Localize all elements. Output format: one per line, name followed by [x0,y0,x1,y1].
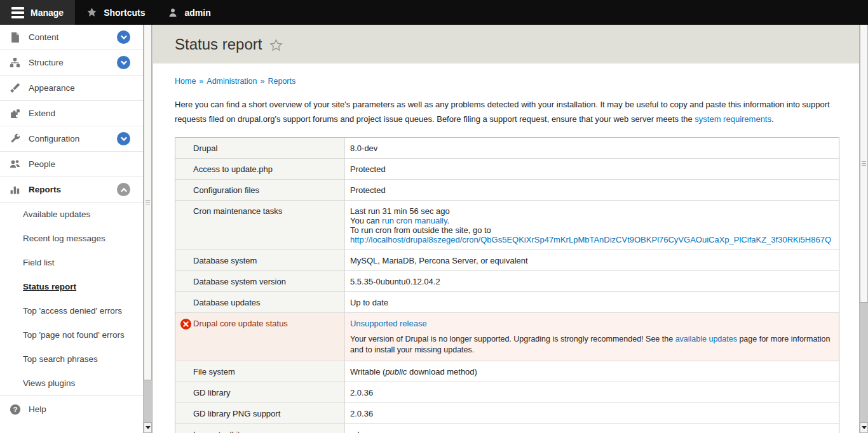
toolbar-tab-shortcuts[interactable]: Shortcuts [75,0,156,25]
sub-item-label: Top search phrases [23,354,98,364]
toolbar-user-label: admin [184,8,210,18]
sidebar-item-people[interactable]: People [0,152,143,177]
sidebar-item-top-page-not-found-errors[interactable]: Top 'page not found' errors [0,323,143,347]
sidebar-item-extend[interactable]: Extend [0,101,143,126]
sidebar-item-views-plugins[interactable]: Views plugins [0,371,143,396]
report-label: Database updates [175,292,345,313]
toolbar-shortcuts-label: Shortcuts [104,8,145,18]
value-text: gd [350,430,359,433]
sidebar-item-label: Configuration [29,134,79,143]
value-emphasis: public [385,367,407,376]
sidebar-item-label: People [29,159,55,169]
sidebar-item-reports[interactable]: Reports [0,177,143,203]
sidebar-item-top-search-phrases[interactable]: Top search phrases [0,347,143,371]
shortcut-star-icon[interactable] [269,39,283,52]
sidebar-item-structure[interactable]: Structure [0,50,143,76]
unsupported-release-link[interactable]: Unsupported release [350,319,427,328]
breadcrumb-link-reports[interactable]: Reports [268,77,295,86]
page-header: Status report [153,25,859,63]
sidebar-item-help[interactable]: ? Help [0,396,143,422]
content-icon [10,32,20,43]
cron-text: . [447,216,449,225]
sidebar-item-label: Reports [29,185,61,194]
chevron-down-icon [120,135,128,143]
sub-item-label: Available updates [23,210,90,219]
admin-sidebar: Content Structure Appearance Extend Conf… [0,25,153,433]
report-value: Protected [344,180,839,201]
sidebar-item-label: Content [29,32,58,42]
arrow-down-icon [146,426,151,429]
report-value: 2.0.36 [344,382,839,403]
label-text: Database system [193,256,257,265]
expand-button[interactable] [117,30,130,44]
expand-button[interactable] [117,56,130,69]
value-text: Writable ( [350,367,385,376]
sidebar-item-recent-log-messages[interactable]: Recent log messages [0,227,143,251]
table-row: GD library PNG support 2.0.36 [175,403,839,424]
system-requirements-link[interactable]: system requirements [695,114,771,124]
sidebar-item-available-updates[interactable]: Available updates [0,203,143,227]
table-row: Drupal 8.0-dev [175,138,839,159]
sidebar-scroll-down-button[interactable] [144,422,152,433]
value-text: download method) [407,367,477,376]
structure-icon [10,57,20,68]
available-updates-link[interactable]: available updates [675,335,737,343]
toolbar-tab-manage[interactable]: Manage [0,0,75,25]
label-text: Cron maintenance tasks [193,206,282,216]
sidebar-item-configuration[interactable]: Configuration [0,126,143,152]
extend-icon [10,108,20,119]
report-value: MySQL, MariaDB, Percona Server, or equiv… [344,250,839,271]
label-text: File system [193,367,235,376]
report-value: Writable (public download method) [344,361,839,382]
page-scroll-down-button[interactable] [860,422,868,433]
collapse-button[interactable] [117,183,130,196]
breadcrumb-separator: » [261,77,265,86]
breadcrumb: Home»Administration»Reports [175,77,859,86]
toolbar-manage-label: Manage [31,8,64,18]
expand-button[interactable] [117,132,130,145]
intro-text: . [771,114,774,124]
sidebar-item-appearance[interactable]: Appearance [0,76,143,101]
sidebar-item-top-access-denied-errors[interactable]: Top 'access denied' errors [0,299,143,323]
star-icon [86,7,97,18]
breadcrumb-link-administration[interactable]: Administration [207,77,257,86]
sidebar-item-field-list[interactable]: Field list [0,251,143,275]
sidebar-item-status-report[interactable]: Status report [0,275,143,299]
cron-url-link[interactable]: http://localhost/drupal8szeged/cron/QbGs… [350,235,831,244]
sidebar-scrollbar-thumb[interactable] [144,25,152,380]
report-label: File system [175,361,345,382]
user-icon [168,8,178,18]
report-label-error: Drupal core update status [175,313,345,361]
error-text: Your version of Drupal is no longer supp… [350,335,675,343]
toolbar-tab-user[interactable]: admin [156,0,222,25]
main-content: Status report Home»Administration»Report… [153,25,859,433]
sub-item-label: Top 'page not found' errors [23,330,125,340]
value-text: MySQL, MariaDB, Percona Server, or equiv… [350,256,528,265]
table-row: Database updates Up to date [175,292,839,313]
arrow-down-icon [862,426,867,429]
sidebar-item-label: Help [29,404,46,414]
table-row: Access to update.php Protected [175,159,839,180]
label-text: Image toolkit [193,430,240,433]
table-row: File system Writable (public download me… [175,361,839,382]
page-title: Status report [175,36,262,53]
cron-text: You can [350,216,382,225]
report-label: Configuration files [175,180,345,201]
report-label: Database system [175,250,345,271]
report-value: Last run 31 min 56 sec ago You can run c… [344,201,839,250]
sidebar-item-content[interactable]: Content [0,25,143,50]
report-label: Drupal [175,138,345,159]
page-scrollbar-thumb[interactable] [860,25,868,303]
run-cron-manually-link[interactable]: run cron manually [382,216,447,225]
sidebar-scrollbar[interactable] [143,25,152,433]
chevron-up-icon [120,186,128,194]
cron-last-run: Last run 31 min 56 sec ago [350,206,831,216]
chevron-down-icon [120,59,128,67]
page-scrollbar[interactable] [859,25,868,433]
breadcrumb-link-home[interactable]: Home [175,77,196,86]
report-value: Protected [344,159,839,180]
label-text: Drupal [193,143,217,153]
value-text: 8.0-dev [350,143,377,153]
cron-outside-line: To run cron from outside the site, go to [350,225,831,235]
table-row-error: Drupal core update status Unsupported re… [175,313,839,361]
